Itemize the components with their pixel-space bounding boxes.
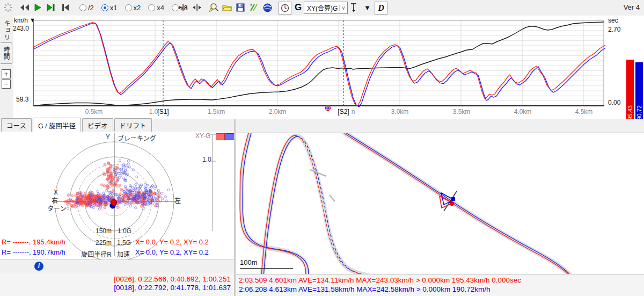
ring-150m-label: 150m: [91, 227, 112, 235]
ring-1g-label: 1.0G: [118, 227, 131, 235]
lap-summary-blue: 2:06.208 4.613km AVE=131.58km/h MAX=242.…: [239, 285, 490, 293]
g-x-right: 左: [174, 196, 181, 205]
speed-bar-blue: 190.72: [635, 62, 643, 125]
zoom-radio-2[interactable]: /2: [79, 4, 94, 12]
lap-analysis-app: /2x1x2x4x8 G XY(合算)G ∨: [0, 0, 644, 296]
tab-G / 旋回半径[interactable]: G / 旋回半径: [33, 118, 81, 132]
map-toolbar: + − 0:00.000 405.2m → ← ↓ ↑: [236, 119, 644, 133]
tab-ビデオ[interactable]: ビデオ: [82, 118, 113, 132]
x-tick-4.0km: 4.0km: [514, 108, 532, 115]
xy-value-blue: X= 0.0, Y= 0.2, XY= 0.2: [135, 248, 209, 256]
g-x-left-2: ターン: [47, 204, 66, 213]
tool-wand-icon[interactable]: [249, 2, 259, 13]
tab-distance[interactable]: キョリ: [2, 20, 11, 41]
open-file-icon[interactable]: [222, 2, 232, 13]
lap-summary-red: 2:03.509 4.601km AVE=134.11km/h MAX=243.…: [239, 276, 521, 284]
x-tick-1.0: 1.0: [149, 108, 158, 115]
tab-コース[interactable]: コース: [1, 118, 32, 132]
zoom-radio-x1[interactable]: x1: [101, 4, 118, 12]
x-tick-2.0km: 2.0km: [269, 108, 287, 115]
g-x-letter: X: [54, 189, 58, 196]
info-icon[interactable]: i: [34, 262, 43, 271]
x-tick-0.5km: 0.5km: [85, 108, 103, 115]
main-toolbar: /2x1x2x4x8 G XY(合算)G ∨: [0, 0, 644, 16]
g-mode-button[interactable]: G: [295, 2, 302, 13]
x-tick-3.0km: 3.0km: [391, 108, 409, 115]
sec-axis-max: 2.70: [608, 26, 620, 33]
x-tick-n: n: [352, 108, 355, 115]
rewind-button[interactable]: [19, 2, 30, 13]
legend-blue-swatch: [225, 133, 235, 140]
r-value-blue: R= -------, 190.7km/h: [2, 248, 65, 256]
x-tick-3.5km: 3.5km: [453, 108, 471, 115]
sec-axis-min: 0.00: [608, 99, 620, 106]
g-y-letter: Y: [106, 133, 110, 141]
g-type-select[interactable]: XY(合算)G ∨: [304, 2, 348, 14]
lap-times-blue: [0018], 0:22.792, 0:41.778, 1:01.637: [114, 284, 231, 292]
right-status-bar: 2:03.509 4.601km AVE=134.11km/h MAX=243.…: [236, 274, 644, 296]
expand-horizontal-icon[interactable]: [178, 2, 188, 13]
collapse-horizontal-icon[interactable]: [192, 2, 202, 13]
play-button[interactable]: [33, 2, 42, 13]
x-tick-4.5km: 4.5km: [575, 108, 593, 115]
map-scale-bar: [240, 268, 293, 269]
zoom-radio-x2[interactable]: x2: [125, 4, 141, 12]
g-type-value: XY(合算)G: [304, 3, 339, 12]
zoom-search-icon[interactable]: [208, 2, 218, 13]
y-axis-max: 243.0: [13, 25, 29, 32]
step-forward-button[interactable]: [46, 2, 55, 13]
fit-vertical-icon[interactable]: [350, 2, 357, 13]
map-scale-label: 100m: [240, 258, 258, 266]
accel-axis-label: 加速: [117, 249, 130, 258]
globe-icon[interactable]: [263, 2, 272, 13]
legend-red-swatch: [216, 133, 225, 140]
y-axis-min: 59.3: [16, 96, 28, 103]
zoom-radio-x4[interactable]: x4: [148, 4, 164, 12]
analysis-tabbar: コースG / 旋回半径ビデオドリフト: [0, 119, 234, 132]
burst-icon[interactable]: [3, 2, 13, 13]
g-legend-label: XY-G: [195, 132, 210, 140]
drift-mode-button[interactable]: D: [375, 2, 387, 15]
speed-bar-red: 195.43: [626, 60, 634, 125]
dropdown-triangle-icon[interactable]: ▼: [364, 2, 371, 13]
x-tick-[S1]: [S1]: [157, 108, 169, 115]
sec-axis-unit: sec: [608, 17, 618, 24]
speed-chart-panel: [0, 16, 644, 120]
ring-225m-label: 225m: [86, 239, 112, 247]
g-y-label: ブレーキング: [118, 133, 156, 142]
xy-value-red: X= 0.0, Y= 0.2, XY= 0.2: [135, 238, 209, 246]
lap-times-red: [0026], 0:22.566, 0:40.692, 1:00.251: [114, 275, 231, 283]
chart-zoom-in-button[interactable]: +: [2, 69, 11, 78]
left-status-bar: [0026], 0:22.566, 0:40.692, 1:00.251 [00…: [0, 273, 234, 296]
chevron-down-icon: ∨: [339, 5, 347, 11]
ring-15g-label: 1.5G: [117, 239, 131, 247]
version-label: Ver 4: [624, 3, 640, 11]
cursor-marker-icon[interactable]: ▼: [30, 17, 35, 23]
tab-time[interactable]: 時間: [1, 42, 12, 64]
tab-ドリフト[interactable]: ドリフト: [114, 118, 152, 132]
y-axis-unit: km/h: [14, 17, 28, 24]
r-value-red: R= -------, 195.4km/h: [2, 238, 65, 246]
x-tick-1.5km: 1.5km: [208, 108, 225, 115]
save-icon[interactable]: [236, 2, 245, 13]
radius-axis-label: 旋回半径R: [75, 249, 112, 258]
track-map-area[interactable]: [236, 133, 644, 274]
x-tick-[S2]: [S2]: [338, 108, 349, 115]
chart-zoom-out-button[interactable]: −: [2, 80, 11, 89]
left-tab-strip: キョリ 時間 + −: [0, 16, 13, 119]
clock-toggle-button[interactable]: [279, 2, 291, 15]
step-back-button[interactable]: [61, 2, 70, 13]
g-scale-value: 1.0: [202, 156, 211, 163]
